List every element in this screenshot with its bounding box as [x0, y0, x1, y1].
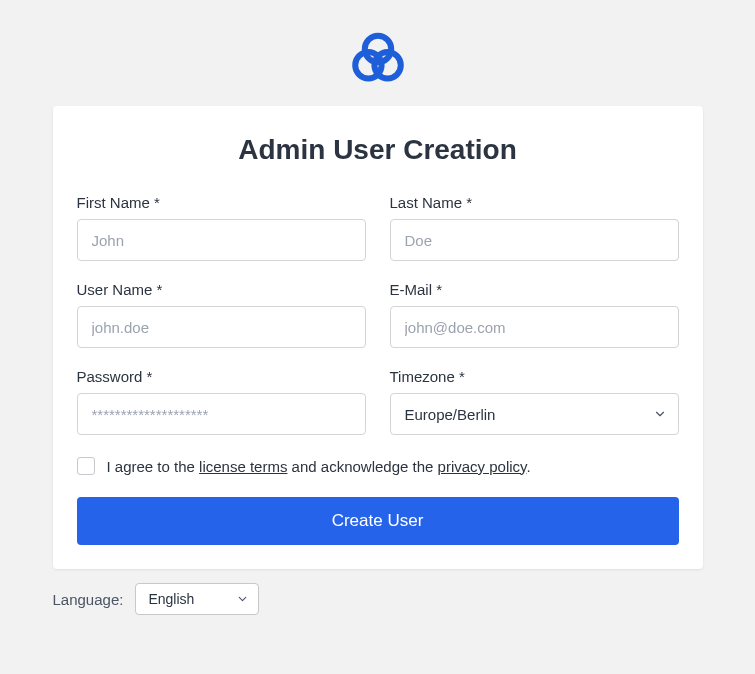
user-name-label: User Name * — [77, 281, 366, 298]
form-grid: First Name * Last Name * User Name * E-M… — [77, 194, 679, 435]
language-label: Language: — [53, 591, 124, 608]
privacy-policy-link[interactable]: privacy policy — [438, 458, 527, 475]
language-select[interactable]: English — [135, 583, 259, 615]
email-label: E-Mail * — [390, 281, 679, 298]
last-name-field: Last Name * — [390, 194, 679, 261]
language-row: Language: English — [53, 583, 703, 615]
consent-checkbox[interactable] — [77, 457, 95, 475]
user-name-input[interactable] — [77, 306, 366, 348]
password-field: Password * — [77, 368, 366, 435]
consent-row: I agree to the license terms and acknowl… — [77, 457, 679, 475]
form-card: Admin User Creation First Name * Last Na… — [53, 106, 703, 569]
email-input[interactable] — [390, 306, 679, 348]
password-input[interactable] — [77, 393, 366, 435]
last-name-input[interactable] — [390, 219, 679, 261]
first-name-label: First Name * — [77, 194, 366, 211]
password-label: Password * — [77, 368, 366, 385]
page-title: Admin User Creation — [77, 134, 679, 166]
cloud-logo-icon — [348, 28, 408, 88]
license-terms-link[interactable]: license terms — [199, 458, 287, 475]
last-name-label: Last Name * — [390, 194, 679, 211]
timezone-select[interactable]: Europe/Berlin — [390, 393, 679, 435]
first-name-field: First Name * — [77, 194, 366, 261]
user-name-field: User Name * — [77, 281, 366, 348]
create-user-button[interactable]: Create User — [77, 497, 679, 545]
timezone-field: Timezone * Europe/Berlin — [390, 368, 679, 435]
consent-text: I agree to the license terms and acknowl… — [107, 458, 531, 475]
email-field: E-Mail * — [390, 281, 679, 348]
first-name-input[interactable] — [77, 219, 366, 261]
logo — [0, 28, 755, 88]
timezone-label: Timezone * — [390, 368, 679, 385]
